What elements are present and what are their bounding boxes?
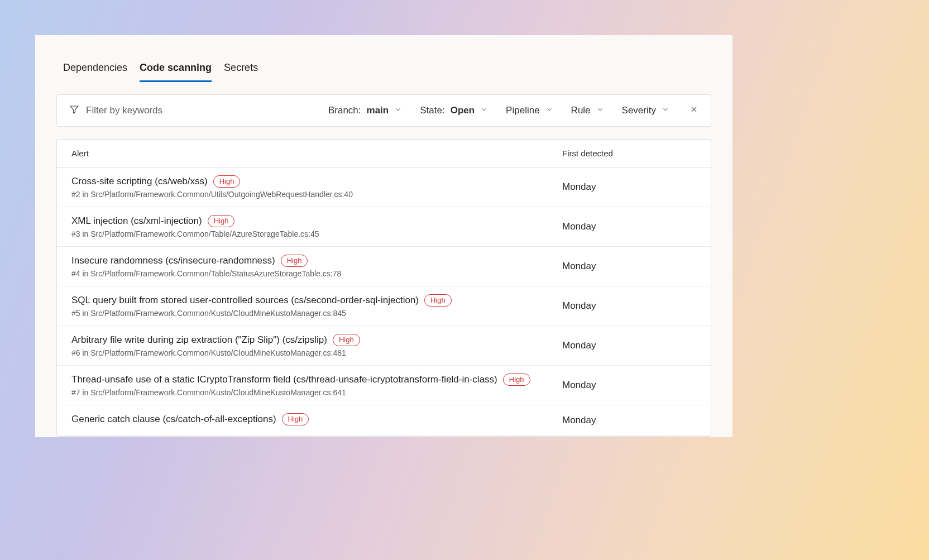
alert-first-detected: Monday <box>562 334 696 357</box>
rule-filter-label: Rule <box>571 105 591 116</box>
tab-secrets[interactable]: Secrets <box>224 58 258 82</box>
table-header: Alert First detected <box>57 140 711 167</box>
alert-row[interactable]: Cross-site scripting (cs/web/xss) High #… <box>57 167 711 207</box>
alert-row[interactable]: XML injection (cs/xml-injection) High #3… <box>57 207 711 247</box>
alert-first-detected: Monday <box>562 175 696 199</box>
alert-first-detected: Monday <box>562 215 696 238</box>
alert-location: #2 in Src/Platform/Framework.Common/Util… <box>71 190 562 199</box>
state-filter[interactable]: State: Open <box>420 105 488 116</box>
severity-badge: High <box>503 374 530 386</box>
alert-first-detected: Monday <box>562 255 696 278</box>
pipeline-filter-label: Pipeline <box>506 105 540 116</box>
alert-location: #6 in Src/Platform/Framework.Common/Kust… <box>71 348 562 357</box>
alert-location: #7 in Src/Platform/Framework.Common/Kust… <box>71 388 562 397</box>
filter-icon <box>69 104 79 117</box>
tab-bar: Dependencies Code scanning Secrets <box>35 35 732 82</box>
alert-first-detected: Monday <box>562 294 696 318</box>
severity-badge: High <box>333 334 360 346</box>
severity-badge: High <box>208 215 235 227</box>
alert-location: #3 in Src/Platform/Framework.Common/Tabl… <box>71 229 562 238</box>
alert-title: Generic catch clause (cs/catch-of-all-ex… <box>71 414 276 425</box>
branch-filter[interactable]: Branch: main <box>328 105 402 116</box>
branch-filter-label: Branch: <box>328 105 361 116</box>
filter-input[interactable]: Filter by keywords <box>69 104 328 117</box>
filter-placeholder: Filter by keywords <box>86 105 162 116</box>
severity-badge: High <box>282 413 309 425</box>
branch-filter-value: main <box>367 105 389 116</box>
tab-code-scanning[interactable]: Code scanning <box>140 58 212 82</box>
chevron-down-icon <box>596 105 604 116</box>
severity-filter[interactable]: Severity <box>622 105 669 116</box>
severity-badge: High <box>213 175 241 188</box>
alert-title: Arbitrary file write during zip extracti… <box>71 334 327 346</box>
alerts-table: Alert First detected Cross-site scriptin… <box>56 139 711 437</box>
alert-first-detected: Monday <box>562 413 696 428</box>
column-alert: Alert <box>71 149 562 158</box>
rule-filter[interactable]: Rule <box>571 105 604 116</box>
alert-row[interactable]: SQL query built from stored user-control… <box>57 286 711 326</box>
alert-title: XML injection (cs/xml-injection) <box>71 216 202 227</box>
alert-title: SQL query built from stored user-control… <box>71 295 419 306</box>
pipeline-filter[interactable]: Pipeline <box>506 105 553 116</box>
alert-first-detected: Monday <box>562 374 696 397</box>
filter-bar: Filter by keywords Branch: main State: O… <box>56 94 711 127</box>
clear-filters-button[interactable] <box>689 105 698 116</box>
state-filter-value: Open <box>451 105 475 116</box>
state-filter-label: State: <box>420 105 444 116</box>
alert-title: Thread-unsafe use of a static ICryptoTra… <box>71 374 497 385</box>
chevron-down-icon <box>545 105 553 116</box>
chevron-down-icon <box>394 105 402 116</box>
alert-row[interactable]: Arbitrary file write during zip extracti… <box>57 326 711 366</box>
severity-filter-label: Severity <box>622 105 656 116</box>
alert-title: Cross-site scripting (cs/web/xss) <box>71 176 208 187</box>
chevron-down-icon <box>662 105 669 116</box>
severity-badge: High <box>281 255 308 267</box>
app-window: Dependencies Code scanning Secrets Filte… <box>35 35 732 437</box>
alert-title: Insecure randomness (cs/insecure-randomn… <box>71 255 275 266</box>
alert-row[interactable]: Generic catch clause (cs/catch-of-all-ex… <box>57 405 711 436</box>
alert-location: #4 in Src/Platform/Framework.Common/Tabl… <box>71 269 562 278</box>
tab-dependencies[interactable]: Dependencies <box>63 58 127 82</box>
alert-location: #5 in Src/Platform/Framework.Common/Kust… <box>71 309 562 318</box>
alert-row[interactable]: Insecure randomness (cs/insecure-randomn… <box>57 247 711 286</box>
column-first-detected: First detected <box>562 149 696 158</box>
severity-badge: High <box>424 294 452 307</box>
alert-row[interactable]: Thread-unsafe use of a static ICryptoTra… <box>57 366 711 405</box>
chevron-down-icon <box>480 105 488 116</box>
